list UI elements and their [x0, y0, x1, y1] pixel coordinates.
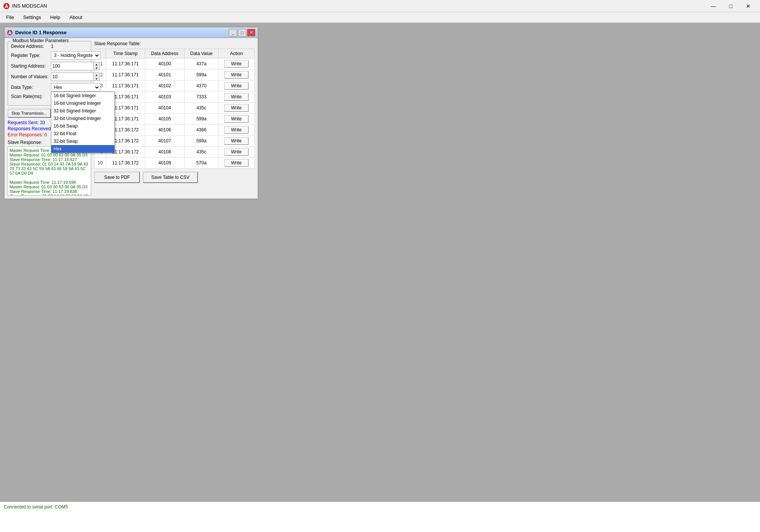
- cell-address-5: 40105: [145, 114, 185, 125]
- cell-time-9: 11:17:36:172: [106, 158, 145, 169]
- col-header-value: Data Value: [185, 49, 218, 58]
- write-button-1[interactable]: Write: [224, 71, 249, 79]
- title-bar-left: INS MODSCAN: [3, 3, 47, 9]
- num-values-input[interactable]: [51, 74, 93, 80]
- dropdown-item-16bit-swap[interactable]: 16-bit Swap: [51, 122, 114, 130]
- table-row: 8 11:17:36:172 40107 599a Write: [95, 136, 255, 147]
- cell-address-6: 40106: [145, 125, 185, 136]
- inner-maximize-button[interactable]: □: [238, 29, 246, 36]
- log-entry-3: Master Request Time: 11:17:19:596 Master…: [10, 180, 89, 189]
- responses-received-label: Responses Received:: [8, 126, 52, 131]
- cell-value-3: 7333: [185, 92, 218, 103]
- cell-action-8: Write: [218, 147, 254, 158]
- write-button-8[interactable]: Write: [224, 148, 249, 156]
- num-values-spinners: ▲ ▼: [93, 73, 100, 81]
- log-entry-4: Slave Response Time: 11:17:19:838: [10, 189, 89, 194]
- write-button-5[interactable]: Write: [224, 115, 249, 123]
- cell-value-8: 435c: [185, 147, 218, 158]
- table-row: 10 11:17:36:172 40109 570a Write: [95, 158, 255, 169]
- cell-address-1: 40101: [145, 69, 185, 81]
- cell-time-2: 11:17:36:171: [106, 81, 145, 92]
- inner-minimize-button[interactable]: _: [229, 29, 237, 36]
- cell-value-6: 4366: [185, 125, 218, 136]
- write-button-4[interactable]: Write: [224, 104, 249, 112]
- log-entry-1: Slave Response Time: 11:17:18:827: [10, 157, 89, 162]
- col-header-action: Action: [218, 49, 254, 58]
- num-values-label: Number of Values:: [11, 74, 51, 79]
- cell-value-0: 437a: [185, 58, 218, 69]
- starting-address-input[interactable]: [51, 63, 93, 69]
- device-address-label: Device Address:: [11, 44, 51, 49]
- data-type-select[interactable]: Hex: [51, 83, 100, 92]
- cell-address-7: 40107: [145, 136, 185, 147]
- table-row: 5 11:17:36:171 40104 435c Write: [95, 103, 255, 114]
- dropdown-item-32bit-float[interactable]: 32-bit Float: [51, 130, 114, 137]
- dropdown-item-16bit-unsigned[interactable]: 16-bit Unsigned Integer: [51, 99, 114, 107]
- write-button-3[interactable]: Write: [224, 93, 249, 101]
- close-button[interactable]: ✕: [739, 0, 757, 12]
- cell-value-4: 435c: [185, 103, 218, 114]
- app-title: INS MODSCAN: [12, 3, 47, 9]
- cell-address-0: 40100: [145, 58, 185, 69]
- inner-title-controls: _ □ ✕: [229, 29, 255, 36]
- log-entry-5: Slave Response: 01 03 14 43 7A 59 9A 43 …: [10, 194, 89, 196]
- num-values-up[interactable]: ▲: [93, 73, 100, 77]
- table-row: 9 11:17:36:172 40108 435c Write: [95, 147, 255, 158]
- starting-address-up[interactable]: ▲: [93, 62, 100, 66]
- dropdown-item-32bit-swap[interactable]: 32-bit Swap: [51, 137, 114, 145]
- dropdown-item-16bit-signed[interactable]: 16-bit Signed Integer: [51, 92, 114, 99]
- cell-action-4: Write: [218, 103, 254, 114]
- col-header-address: Data Address: [145, 49, 185, 58]
- main-area: Device ID 1 Response _ □ ✕ Modbus Master…: [0, 23, 760, 502]
- save-csv-button[interactable]: Save Table to CSV: [143, 172, 198, 183]
- starting-address-spinners: ▲ ▼: [93, 62, 100, 70]
- dropdown-item-32bit-unsigned[interactable]: 32-bit Unsigned Integer: [51, 115, 114, 122]
- write-button-7[interactable]: Write: [224, 137, 249, 145]
- starting-address-down[interactable]: ▼: [93, 66, 100, 70]
- dropdown-item-32bit-signed[interactable]: 32-bit Signed Integer: [51, 107, 114, 115]
- menu-settings[interactable]: Settings: [19, 13, 46, 22]
- cell-action-1: Write: [218, 69, 254, 81]
- inner-title-bar: Device ID 1 Response _ □ ✕: [5, 27, 258, 38]
- inner-close-button[interactable]: ✕: [247, 29, 255, 36]
- bottom-buttons: Save to PDF Save Table to CSV: [94, 172, 255, 183]
- write-button-2[interactable]: Write: [224, 82, 249, 90]
- stop-button[interactable]: Stop Transmissio...: [8, 109, 51, 118]
- cell-action-6: Write: [218, 125, 254, 136]
- data-type-dropdown-container: Hex 16-bit Signed Integer 16-bit Unsigne…: [51, 83, 100, 92]
- dropdown-item-hex[interactable]: Hex: [51, 145, 114, 153]
- num-values-row: Number of Values: ▲ ▼: [11, 73, 88, 81]
- inner-window: Device ID 1 Response _ □ ✕ Modbus Master…: [4, 27, 258, 199]
- cell-action-5: Write: [218, 114, 254, 125]
- menu-about[interactable]: About: [65, 13, 87, 22]
- cell-action-7: Write: [218, 136, 254, 147]
- requests-sent-value: 33: [40, 120, 45, 125]
- error-responses-value: 0: [44, 132, 47, 137]
- inner-window-icon: [7, 30, 13, 36]
- maximize-button[interactable]: □: [722, 0, 739, 12]
- device-address-value: 1: [51, 44, 54, 49]
- menu-help[interactable]: Help: [46, 13, 65, 22]
- num-values-input-wrap: ▲ ▼: [51, 73, 100, 81]
- minimize-button[interactable]: —: [705, 0, 722, 12]
- cell-address-8: 40108: [145, 147, 185, 158]
- cell-value-2: 4370: [185, 81, 218, 92]
- write-button-0[interactable]: Write: [224, 60, 249, 68]
- modbus-params-group: Modbus Master Parameters Device Address:…: [8, 41, 91, 106]
- slave-response-table-label: Slave Response Table:: [94, 41, 255, 46]
- table-row: 4 11:17:36:171 40103 7333 Write: [95, 92, 255, 103]
- save-pdf-button[interactable]: Save to PDF: [94, 172, 140, 183]
- starting-address-label: Starting Address:: [11, 63, 51, 69]
- register-type-select[interactable]: 3 - Holding Registers: [51, 51, 100, 60]
- menu-file[interactable]: File: [2, 13, 19, 22]
- cell-action-2: Write: [218, 81, 254, 92]
- cell-time-1: 11:17:36:171: [106, 69, 145, 81]
- data-type-label: Data Type:: [11, 85, 51, 90]
- cell-time-0: 11:17:36:171: [106, 58, 145, 69]
- log-area[interactable]: Master Request Time: 11:17:18:571 Master…: [8, 146, 91, 196]
- data-type-row: Data Type: Hex 16-bit Signed Integer 16-…: [11, 83, 88, 92]
- starting-address-input-wrap: ▲ ▼: [51, 62, 100, 70]
- write-button-9[interactable]: Write: [224, 159, 249, 167]
- write-button-6[interactable]: Write: [224, 126, 249, 134]
- num-values-down[interactable]: ▼: [93, 77, 100, 81]
